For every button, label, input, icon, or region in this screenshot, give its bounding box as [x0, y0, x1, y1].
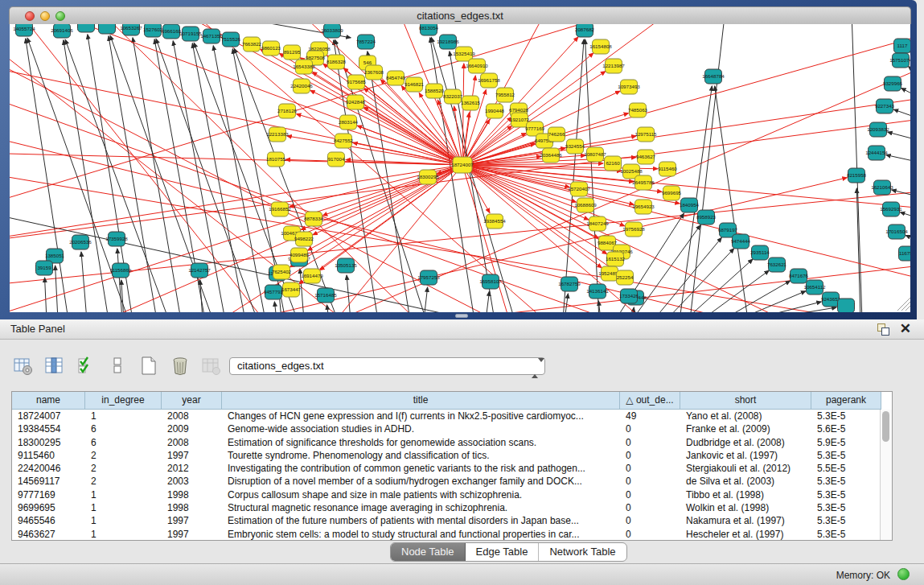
network-node[interactable]	[388, 71, 405, 85]
close-icon[interactable]: ✕	[900, 320, 911, 337]
network-window-titlebar[interactable]: citations_edges.txt	[9, 6, 911, 24]
tab-network-table[interactable]: Network Table	[539, 543, 626, 561]
network-node[interactable]	[283, 282, 300, 297]
scrollbar-thumb[interactable]	[882, 411, 889, 442]
network-node[interactable]	[635, 200, 652, 214]
network-node[interactable]	[752, 245, 769, 260]
column-header-in_degree[interactable]: in_degree	[85, 392, 162, 410]
network-node[interactable]	[191, 263, 208, 278]
network-node[interactable]	[605, 156, 622, 171]
column-header-short[interactable]: short	[680, 392, 811, 410]
network-node[interactable]	[869, 146, 885, 160]
network-node[interactable]	[163, 24, 180, 39]
network-node[interactable]	[606, 59, 622, 73]
network-node[interactable]	[36, 261, 53, 275]
network-node[interactable]	[848, 168, 865, 183]
network-node[interactable]	[617, 270, 634, 285]
network-node[interactable]	[328, 152, 345, 167]
network-node[interactable]	[445, 89, 462, 104]
network-node[interactable]	[72, 235, 89, 249]
network-node[interactable]	[291, 248, 308, 262]
network-node[interactable]	[511, 113, 528, 127]
table-row[interactable]: 946554611997Estimation of the future num…	[12, 514, 892, 527]
network-node[interactable]	[621, 80, 638, 94]
network-node[interactable]	[347, 95, 364, 109]
network-node[interactable]	[548, 127, 565, 142]
network-node[interactable]	[807, 280, 823, 295]
memory-ok-indicator[interactable]	[897, 568, 910, 580]
network-node[interactable]	[469, 59, 486, 73]
network-node[interactable]	[577, 198, 594, 212]
network-table-selector[interactable]: citations_edges.txt	[229, 357, 545, 375]
table-row[interactable]: 911546021997Tourette syndrome. Phenomeno…	[12, 449, 892, 462]
table-row[interactable]: 946362711997Embryonic stem cells: a mode…	[12, 528, 892, 541]
network-node[interactable]	[893, 53, 910, 68]
network-node[interactable]	[223, 32, 240, 47]
network-node[interactable]	[602, 266, 618, 281]
network-node[interactable]	[268, 152, 285, 167]
network-node[interactable]	[113, 263, 129, 278]
network-node[interactable]	[269, 127, 286, 142]
network-node[interactable]	[420, 170, 437, 184]
network-node[interactable]	[791, 269, 807, 283]
column-header-title[interactable]: title	[222, 392, 620, 410]
network-node[interactable]	[487, 214, 503, 229]
network-node[interactable]	[823, 292, 840, 307]
network-node[interactable]	[577, 24, 593, 37]
network-node[interactable]	[889, 225, 906, 239]
network-node[interactable]	[453, 157, 472, 173]
column-header-out_de[interactable]: △ out_de...	[620, 392, 680, 410]
vertical-scrollbar[interactable]	[880, 410, 892, 540]
network-node[interactable]	[663, 186, 680, 200]
network-node[interactable]	[306, 212, 322, 226]
network-node[interactable]	[284, 45, 301, 60]
network-node[interactable]	[626, 222, 643, 237]
network-node[interactable]	[561, 277, 578, 291]
network-node[interactable]	[883, 202, 900, 216]
network-node[interactable]	[272, 202, 289, 216]
network-node[interactable]	[567, 139, 584, 154]
network-node[interactable]	[543, 148, 560, 163]
network-node[interactable]	[348, 75, 365, 89]
network-node[interactable]	[328, 55, 345, 69]
network-node[interactable]	[358, 35, 375, 49]
network-node[interactable]	[593, 39, 610, 54]
network-node[interactable]	[733, 234, 749, 249]
network-node[interactable]	[659, 162, 676, 176]
network-node[interactable]	[621, 289, 638, 303]
network-node[interactable]	[638, 150, 655, 164]
network-node[interactable]	[265, 285, 282, 299]
network-node[interactable]	[273, 265, 290, 279]
network-node[interactable]	[462, 96, 479, 110]
network-node[interactable]	[635, 175, 652, 190]
select-columns-icon[interactable]	[74, 354, 98, 378]
network-node[interactable]	[698, 210, 715, 225]
network-node[interactable]	[481, 73, 498, 88]
network-node[interactable]	[421, 24, 437, 35]
network-node[interactable]	[874, 180, 891, 195]
network-node[interactable]	[263, 41, 280, 56]
network-node[interactable]	[497, 88, 514, 102]
table-row[interactable]: 977716911998Corpus callosum shape and si…	[12, 488, 892, 501]
network-node[interactable]	[440, 35, 457, 49]
network-node[interactable]	[638, 127, 655, 142]
network-node[interactable]	[426, 84, 443, 98]
network-node[interactable]	[123, 24, 140, 35]
table-row[interactable]: 1872400712008Changes of HCN gene express…	[12, 410, 892, 422]
network-node[interactable]	[304, 269, 321, 283]
network-canvas[interactable]: 1872400714055724206914061065326715276026…	[10, 24, 910, 312]
network-node[interactable]	[838, 299, 855, 312]
network-node[interactable]	[109, 232, 125, 246]
float-window-icon[interactable]	[877, 323, 889, 335]
network-node[interactable]	[244, 37, 261, 51]
table-row[interactable]: 1938455462009Genome-wide association stu…	[12, 422, 892, 435]
network-node[interactable]	[877, 99, 893, 113]
network-node[interactable]	[607, 252, 624, 266]
network-node[interactable]	[78, 24, 95, 32]
network-node[interactable]	[145, 24, 162, 37]
delete-icon[interactable]	[168, 354, 192, 378]
network-node[interactable]	[406, 77, 423, 92]
new-table-icon[interactable]	[137, 354, 161, 378]
tab-node-table[interactable]: Node Table	[391, 543, 466, 561]
network-node[interactable]	[16, 24, 33, 36]
